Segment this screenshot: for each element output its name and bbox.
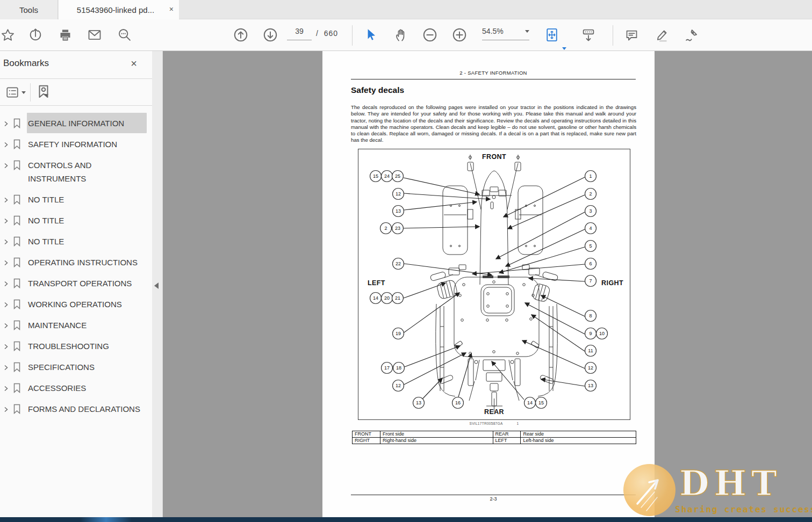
fill-sign-button[interactable] [680, 23, 703, 47]
select-tool-button[interactable] [359, 23, 383, 47]
zoom-value: 54.5% [482, 27, 504, 35]
bookmark-item[interactable]: SAFETY INFORMATION [0, 134, 152, 154]
chevron-right-icon[interactable] [3, 189, 13, 205]
legend-row: FRONTFront sideREARRear side [353, 431, 636, 438]
zoom-level-control[interactable]: 54.5% [482, 27, 529, 40]
bookmark-icon [13, 357, 27, 374]
collapse-panel-icon[interactable] [154, 282, 159, 289]
callout-8: 8 [585, 310, 597, 322]
share-upload-button[interactable] [24, 23, 47, 47]
svg-text:11: 11 [588, 348, 593, 353]
legend-key: RIGHT [353, 438, 380, 444]
print-button[interactable] [53, 23, 77, 47]
chevron-right-icon[interactable] [3, 398, 13, 415]
toolbar-separator [613, 25, 613, 46]
chevron-right-icon[interactable] [3, 210, 13, 226]
svg-text:6: 6 [589, 261, 592, 266]
svg-text:12: 12 [588, 365, 593, 371]
minus-circle-icon [422, 27, 438, 43]
chevron-right-icon[interactable] [3, 273, 13, 289]
tab-tools[interactable]: Tools [0, 0, 58, 19]
close-panel-icon[interactable]: × [131, 57, 137, 70]
chevron-right-icon[interactable] [3, 113, 13, 129]
highlight-button[interactable] [650, 23, 673, 47]
previous-page-button[interactable] [229, 23, 253, 47]
bookmark-item[interactable]: TRANSPORT OPERATIONS [0, 273, 152, 293]
svg-text:15: 15 [373, 173, 378, 179]
scroll-mode-icon [581, 27, 596, 42]
bookmark-item[interactable]: ACCESSORIES [0, 378, 152, 398]
callout-arrow [404, 178, 479, 194]
footer-rule [351, 495, 636, 495]
bookmark-label: OPERATING INSTRUCTIONS [27, 252, 140, 272]
callout-10: 10 [597, 328, 608, 339]
fit-page-button[interactable] [540, 23, 564, 47]
zoom-out-button[interactable] [418, 23, 442, 47]
callout-6: 6 [585, 258, 597, 270]
chevron-right-icon[interactable] [3, 378, 13, 394]
chevron-right-icon[interactable] [3, 294, 13, 310]
dht-arrow-icon [623, 464, 676, 516]
bookmark-item[interactable]: CONTROLS AND INSTRUMENTS [0, 155, 152, 189]
svg-text:1: 1 [589, 173, 592, 179]
toolbar-separator [352, 25, 353, 46]
find-current-bookmark-button[interactable] [35, 84, 52, 102]
bookmark-item[interactable]: WORKING OPERATIONS [0, 294, 152, 314]
close-tab-icon[interactable]: × [169, 5, 174, 14]
chevron-right-icon[interactable] [3, 231, 13, 247]
callout-12: 12 [393, 189, 404, 200]
chevron-right-icon[interactable] [3, 336, 13, 352]
document-area[interactable]: 2 - SAFETY INFORMATION Safety decals The… [163, 51, 812, 517]
bookmark-item[interactable]: GENERAL INFORMATION [0, 113, 152, 133]
bookmark-label: CONTROLS AND INSTRUMENTS [27, 155, 147, 189]
fit-page-caret-icon[interactable] [562, 47, 566, 50]
bookmark-item[interactable]: FORMS AND DECLARATIONS [0, 398, 152, 419]
scroll-mode-button[interactable] [577, 23, 600, 47]
bookmark-item[interactable]: NO TITLE [0, 189, 152, 209]
svg-text:23: 23 [395, 226, 400, 231]
callout-arrow [422, 378, 442, 400]
taskbar-edge [0, 517, 812, 522]
comment-button[interactable] [620, 23, 643, 47]
page-up-icon [233, 27, 249, 43]
bookmark-item[interactable]: OPERATING INSTRUCTIONS [0, 252, 152, 272]
hand-tool-button[interactable] [389, 23, 413, 47]
page-number-input[interactable]: 39 [287, 27, 312, 40]
svg-text:13: 13 [416, 400, 421, 405]
bookmarks-title: Bookmarks [3, 58, 49, 69]
callout-15: 15 [536, 397, 547, 409]
bookmark-label: SAFETY INFORMATION [27, 134, 119, 154]
tab-document[interactable]: 51543960-linked pd... × [59, 0, 179, 19]
bookmark-item[interactable]: MAINTENANCE [0, 315, 152, 335]
bookmark-options-button[interactable] [5, 85, 26, 99]
hand-icon [394, 28, 408, 42]
callout-13: 13 [413, 397, 425, 409]
svg-text:24: 24 [384, 173, 390, 179]
zoom-in-button[interactable] [448, 23, 471, 47]
email-button[interactable] [83, 23, 106, 47]
bookmark-item[interactable]: SPECIFICATIONS [0, 357, 152, 377]
panel-divider[interactable] [152, 51, 163, 517]
svg-text:9: 9 [589, 331, 592, 336]
chevron-right-icon[interactable] [3, 357, 13, 373]
bookmarks-panel: Bookmarks × GENERAL INFORMATIONSAFETY IN… [0, 51, 152, 517]
tab-tools-label: Tools [19, 5, 38, 15]
callout-2: 2 [585, 189, 597, 200]
chevron-right-icon[interactable] [3, 315, 13, 331]
bookmark-label: WORKING OPERATIONS [27, 294, 124, 314]
chevron-right-icon[interactable] [3, 252, 13, 268]
svg-text:2: 2 [589, 191, 592, 197]
bookmarks-list: GENERAL INFORMATIONSAFETY INFORMATIONCON… [0, 106, 152, 419]
chevron-right-icon[interactable] [3, 134, 13, 150]
bookmark-item[interactable]: NO TITLE [0, 231, 152, 251]
chevron-right-icon[interactable] [3, 155, 13, 171]
search-button[interactable] [113, 23, 136, 47]
next-page-button[interactable] [258, 23, 282, 47]
dht-watermark: DHT Sharing creates success [623, 462, 812, 517]
bookmark-item[interactable]: TROUBLESHOOTING [0, 336, 152, 356]
favorite-star-button[interactable] [0, 23, 19, 47]
bookmark-item[interactable]: NO TITLE [0, 210, 152, 230]
svg-text:22: 22 [396, 261, 401, 266]
bookmark-label: MAINTENANCE [27, 315, 89, 335]
options-list-icon [5, 85, 19, 99]
